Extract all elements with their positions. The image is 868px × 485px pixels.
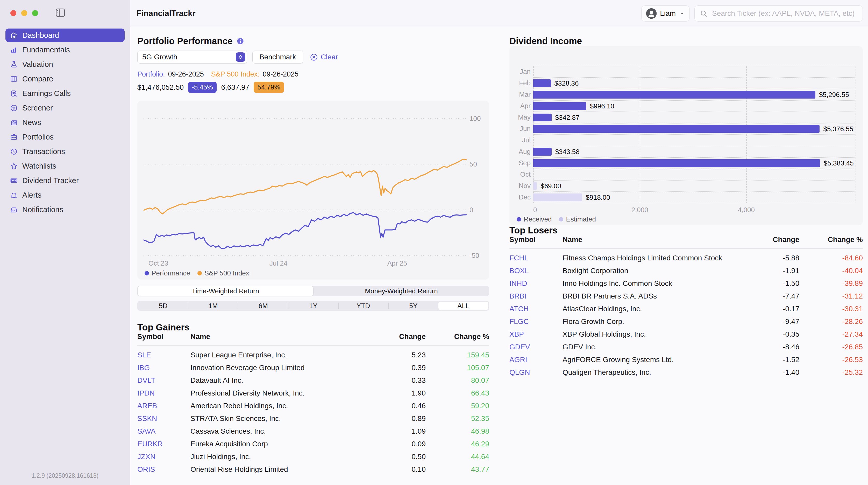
stats-values: $1,476,052.50 -5.45% 6,637.97 54.79%	[137, 82, 489, 93]
table-row[interactable]: GDEVGDEV Inc.-8.46-26.85	[509, 341, 863, 353]
sidebar-item-alerts[interactable]: Alerts	[5, 188, 125, 202]
sidebar-item-earnings-calls[interactable]: Earnings Calls	[5, 87, 125, 100]
sp500-line-series	[144, 159, 466, 214]
symbol-link[interactable]: IBG	[137, 364, 190, 372]
period-5d[interactable]: 5D	[138, 302, 188, 310]
dividend-bar[interactable]	[533, 125, 819, 133]
index-date-label: S&P 500 Index:	[211, 70, 259, 78]
period-all[interactable]: ALL	[438, 302, 488, 310]
symbol-link[interactable]: INHD	[509, 279, 562, 288]
symbol-link[interactable]: DVLT	[137, 376, 190, 384]
table-row[interactable]: IPDNProfessional Diversity Network, Inc.…	[137, 387, 489, 399]
sidebar-item-dividend-tracker[interactable]: Dividend Tracker	[5, 174, 125, 187]
flask-icon	[10, 60, 18, 68]
table-row[interactable]: INHDInno Holdings Inc. Common Stock-1.50…	[509, 277, 863, 290]
table-row[interactable]: IBGInnovation Beverage Group Limited0.39…	[137, 361, 489, 374]
symbol-link[interactable]: SSKN	[137, 415, 190, 423]
symbol-link[interactable]: QLGN	[509, 368, 562, 377]
sidebar-item-watchlists[interactable]: Watchlists	[5, 159, 125, 173]
symbol-link[interactable]: ORIS	[137, 465, 190, 474]
benchmark-button[interactable]: Benchmark	[252, 51, 303, 63]
sidebar-item-valuation[interactable]: Valuation	[5, 58, 125, 71]
symbol-link[interactable]: SLE	[137, 351, 190, 359]
app-title: FinancialTrackr	[136, 9, 195, 18]
dividend-bar[interactable]	[533, 102, 586, 110]
period-1y[interactable]: 1Y	[288, 302, 338, 310]
tab-money-weighted-return[interactable]: Money-Weighted Return	[313, 286, 489, 296]
clear-button[interactable]: Clear	[308, 53, 340, 61]
sidebar-item-notifications[interactable]: Notifications	[5, 203, 125, 216]
dividend-bar[interactable]	[533, 79, 551, 87]
change-value: -8.46	[750, 343, 799, 351]
table-row[interactable]: ORISOriental Rise Holdings Limited0.1043…	[137, 463, 489, 476]
table-row[interactable]: SAVACassava Sciences, Inc.1.0946.98	[137, 425, 489, 437]
user-menu[interactable]: Liam	[641, 5, 690, 22]
dividend-month-labels: JanFebMarAprMayJunJulAugSepOctNovDec	[516, 66, 531, 203]
portfolio-select[interactable]: 5G Growth	[137, 51, 247, 63]
tab-time-weighted-return[interactable]: Time-Weighted Return	[137, 286, 313, 296]
symbol-link[interactable]: GDEV	[509, 343, 562, 351]
info-icon[interactable]	[237, 37, 244, 45]
sidebar-item-screener[interactable]: Screener	[5, 101, 125, 115]
sidebar-item-transactions[interactable]: Transactions	[5, 145, 125, 158]
dividend-bar[interactable]	[533, 182, 537, 190]
symbol-link[interactable]: BRBI	[509, 292, 562, 300]
x-axis-label: Apr 25	[388, 259, 407, 267]
change-pct-value: -39.89	[799, 279, 863, 288]
period-ytd[interactable]: YTD	[338, 302, 389, 310]
dividend-bar[interactable]	[533, 114, 552, 121]
sidebar-item-news[interactable]: News	[5, 116, 125, 129]
topbar: FinancialTrackr Liam	[130, 0, 868, 27]
symbol-link[interactable]: XBP	[509, 330, 562, 339]
sidebar-item-dashboard[interactable]: Dashboard	[5, 29, 125, 42]
table-row[interactable]: DVLTDatavault AI Inc.0.3380.07	[137, 374, 489, 387]
table-row[interactable]: XBPXBP Global Holdings, Inc.-0.35-27.34	[509, 328, 863, 341]
sidebar-item-fundamentals[interactable]: Fundamentals	[5, 43, 125, 57]
symbol-link[interactable]: FLGC	[509, 317, 562, 326]
search-input[interactable]	[712, 9, 857, 18]
symbol-link[interactable]: FCHL	[509, 254, 562, 262]
company-name: AgriFORCE Growing Systems Ltd.	[562, 355, 750, 364]
dividend-bar[interactable]	[533, 148, 552, 155]
table-row[interactable]: ATCHAtlasClear Holdings, Inc.-0.17-30.31	[509, 303, 863, 315]
dividend-month-label: May	[516, 112, 531, 123]
symbol-link[interactable]: BOXL	[509, 267, 562, 275]
table-row[interactable]: FLGCFlora Growth Corp.-9.47-28.26	[509, 315, 863, 328]
period-6m[interactable]: 6M	[238, 302, 288, 310]
period-1m[interactable]: 1M	[188, 302, 238, 310]
sidebar-item-compare[interactable]: Compare	[5, 72, 125, 86]
table-row[interactable]: AREBAmerican Rebel Holdings, Inc.0.4659.…	[137, 399, 489, 412]
symbol-link[interactable]: IPDN	[137, 389, 190, 397]
table-row[interactable]: FCHLFitness Champs Holdings Limited Comm…	[509, 252, 863, 264]
table-row[interactable]: BRBIBRBI BR Partners S.A. ADSs-7.47-31.1…	[509, 290, 863, 303]
sidebar-toggle-icon[interactable]	[56, 8, 65, 18]
dividend-row-oct	[533, 169, 856, 180]
table-row[interactable]: EURKREureka Acquisition Corp0.0946.29	[137, 437, 489, 450]
table-row[interactable]: SSKNSTRATA Skin Sciences, Inc.0.8952.35	[137, 412, 489, 425]
close-window-button[interactable]	[10, 10, 16, 16]
sidebar-item-label: Screener	[22, 104, 53, 112]
period-selector: 5D1M6M1YYTD5YALL	[137, 301, 489, 311]
select-stepper-icon	[236, 52, 245, 62]
columns-icon	[10, 75, 18, 83]
dividend-bar[interactable]	[533, 91, 815, 98]
table-row[interactable]: SLESuper League Enterprise, Inc.5.23159.…	[137, 349, 489, 361]
dividend-bar[interactable]	[533, 194, 582, 201]
table-row[interactable]: BOXLBoxlight Corporation-1.91-40.04	[509, 264, 863, 277]
symbol-link[interactable]: SAVA	[137, 427, 190, 435]
table-row[interactable]: QLGNQualigen Therapeutics, Inc.-1.40-25.…	[509, 366, 863, 379]
symbol-link[interactable]: EURKR	[137, 440, 190, 448]
sidebar-item-portfolios[interactable]: Portfolios	[5, 130, 125, 144]
table-row[interactable]: JZXNJiuzi Holdings, Inc.0.5044.64	[137, 450, 489, 463]
symbol-link[interactable]: AREB	[137, 402, 190, 410]
zoom-window-button[interactable]	[32, 10, 38, 16]
symbol-link[interactable]: JZXN	[137, 453, 190, 461]
period-5y[interactable]: 5Y	[389, 302, 438, 310]
dividend-axis-tick: 0	[533, 206, 537, 214]
symbol-link[interactable]: ATCH	[509, 305, 562, 313]
table-row[interactable]: AGRIAgriFORCE Growing Systems Ltd.-1.52-…	[509, 353, 863, 366]
minimize-window-button[interactable]	[21, 10, 27, 16]
dashboard-content: Portfolio Performance 5G Growth Benchmar…	[130, 27, 868, 485]
dividend-bar[interactable]	[533, 159, 820, 167]
symbol-link[interactable]: AGRI	[509, 355, 562, 364]
